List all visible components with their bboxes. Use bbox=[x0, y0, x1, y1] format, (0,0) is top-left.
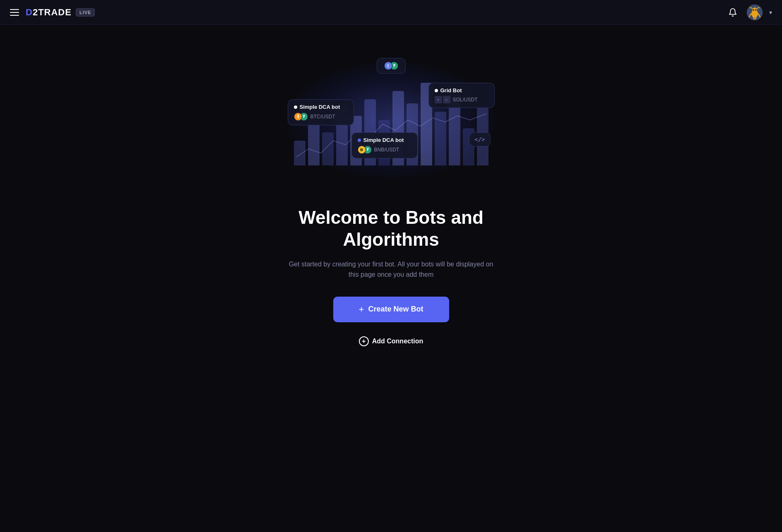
add-connection-label: Add Connection bbox=[372, 338, 423, 345]
bot-card-dca-btc: Simple DCA bot ₿ ₮ BTC/USDT bbox=[288, 99, 354, 125]
welcome-title: Welcome to Bots and Algorithms bbox=[255, 207, 528, 251]
coin-icons-btc: ₿ ₮ bbox=[294, 113, 308, 121]
bnb-icon: B bbox=[358, 146, 366, 154]
coin-icons-eth: Ξ ₮ bbox=[384, 62, 398, 70]
svg-point-6 bbox=[756, 9, 757, 10]
hero-illustration: Simple DCA bot ₿ ₮ BTC/USDT Ξ ₮ Grid Bot bbox=[267, 50, 515, 190]
header-left: D2TRADE LIVE bbox=[10, 7, 95, 18]
btc-icon: ₿ bbox=[294, 113, 302, 121]
bot-card-dca-bnb-title: Simple DCA bot bbox=[358, 137, 411, 143]
exchange-icon-1: ≡ bbox=[435, 96, 442, 103]
status-dot-3 bbox=[358, 139, 361, 142]
status-dot-2 bbox=[435, 89, 438, 92]
bot-card-grid-sol: Grid Bot ≡ ▷ SOL/USDT bbox=[428, 83, 495, 108]
bot-card-grid-title: Grid Bot bbox=[435, 87, 488, 93]
eth-icon: Ξ bbox=[384, 62, 392, 70]
notifications-icon[interactable] bbox=[725, 5, 740, 20]
header: D2TRADE LIVE bbox=[0, 0, 782, 25]
exchange-icons: ≡ ▷ bbox=[435, 96, 450, 103]
plus-icon: + bbox=[359, 304, 364, 315]
exchange-icon-2: ▷ bbox=[443, 96, 450, 103]
hamburger-menu[interactable] bbox=[10, 9, 19, 16]
live-badge: LIVE bbox=[76, 8, 95, 17]
status-dot bbox=[294, 105, 297, 109]
code-icon: </> bbox=[474, 136, 485, 143]
bot-card-dca-btc-pair: ₿ ₮ BTC/USDT bbox=[294, 113, 348, 121]
add-connection-button[interactable]: + Add Connection bbox=[351, 332, 432, 350]
svg-point-5 bbox=[753, 9, 754, 10]
header-right: ▾ bbox=[725, 5, 772, 20]
create-new-bot-button[interactable]: + Create New Bot bbox=[333, 297, 449, 322]
bot-card-code: </> bbox=[469, 132, 490, 146]
chart-bar bbox=[294, 141, 306, 165]
bot-card-dca-btc-title: Simple DCA bot bbox=[294, 104, 348, 110]
logo-text: D2TRADE bbox=[26, 7, 72, 18]
bot-card-dca-bnb: Simple DCA bot B ₮ BNB/USDT bbox=[351, 132, 418, 158]
chart-bar bbox=[308, 124, 320, 165]
bot-card-eth-top: Ξ ₮ bbox=[377, 58, 406, 74]
chart-bar bbox=[322, 132, 334, 165]
bot-card-dca-bnb-pair: B ₮ BNB/USDT bbox=[358, 146, 411, 154]
main-content: Simple DCA bot ₿ ₮ BTC/USDT Ξ ₮ Grid Bot bbox=[0, 25, 782, 350]
create-bot-label: Create New Bot bbox=[368, 305, 423, 314]
coin-icons-bnb: B ₮ bbox=[358, 146, 372, 154]
logo: D2TRADE LIVE bbox=[26, 7, 95, 18]
welcome-subtitle: Get started by creating your first bot. … bbox=[288, 259, 495, 280]
chart-bar bbox=[435, 112, 446, 165]
user-dropdown-chevron[interactable]: ▾ bbox=[769, 9, 772, 16]
bot-card-grid-pair: ≡ ▷ SOL/USDT bbox=[435, 96, 488, 103]
welcome-section: Welcome to Bots and Algorithms Get start… bbox=[246, 207, 536, 350]
circle-plus-icon: + bbox=[359, 336, 369, 346]
avatar[interactable] bbox=[747, 5, 763, 20]
